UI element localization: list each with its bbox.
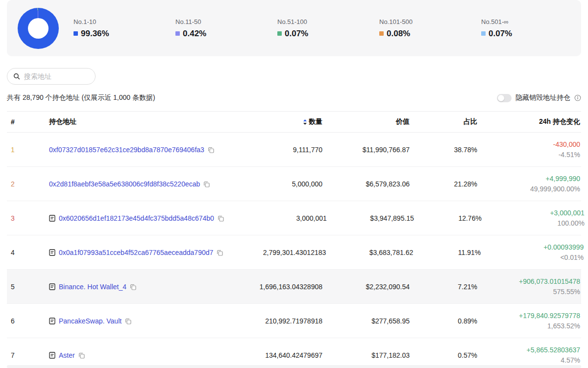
info-icon[interactable] <box>574 94 581 101</box>
header-amount[interactable]: 数量 <box>220 117 322 126</box>
change-value: +906,073.01015478 <box>477 277 580 285</box>
legend-label: No.1-10 <box>74 18 175 25</box>
donut-chart-wrap <box>18 8 59 49</box>
address-link[interactable]: 0xf07327d01857e62c31ce29bd8a7870e769406f… <box>49 146 204 154</box>
hide-burn-toggle[interactable] <box>497 94 512 102</box>
table-row: 5 Binance. Hot Wallet_4 1,696,163.043289… <box>7 270 581 304</box>
value-cell: $3,683,781.62 <box>326 249 413 256</box>
change-value: +0.00093999 <box>481 243 584 251</box>
rank-cell: 1 <box>7 146 49 154</box>
legend-value: 0.07% <box>285 29 308 39</box>
change-value: +3,000,001 <box>482 209 585 217</box>
pct-cell: 21.28% <box>410 180 477 188</box>
legend-swatch-icon <box>481 31 486 36</box>
table-row: 4 0x0a1f07993a51cceb4f52ca67765aeceadda7… <box>7 235 581 270</box>
sort-icon[interactable] <box>303 119 307 125</box>
change-value: -430,000 <box>477 140 580 148</box>
table-row: 6 PancakeSwap. Vault 210,992.71978918 $2… <box>7 304 581 338</box>
amount-cell: 9,111,770 <box>220 146 322 154</box>
table-row: 1 0xf07327d01857e62c31ce29bd8a7870e76940… <box>7 133 581 167</box>
value-cell: $2,232,090.54 <box>322 283 410 291</box>
table-row: 2 0x2d81f8aebf3e58a5e638006c9fd8f38c5220… <box>7 167 581 201</box>
header-value: 价值 <box>322 117 410 126</box>
legend-value: 0.08% <box>387 29 410 39</box>
bottom-scrollbar-track[interactable] <box>7 365 581 368</box>
amount-cell: 3,000,001 <box>224 214 327 222</box>
value-cell: $3,947,895.15 <box>327 214 414 222</box>
address-link[interactable]: Aster <box>59 351 75 359</box>
legend-label: No.501-∞ <box>481 18 583 25</box>
pct-cell: 12.76% <box>414 214 482 222</box>
address-link[interactable]: 0x6020656d1ef182173e45d4fc375bdd5a48c674… <box>59 214 214 222</box>
change-value: +179,840.92579778 <box>477 312 580 320</box>
distribution-card: No.1-10 99.36% No.11-50 0.42% No.51-100 … <box>7 0 581 56</box>
rank-cell: 5 <box>7 283 49 291</box>
value-cell: $277,658.95 <box>322 317 410 325</box>
address-link[interactable]: 0x0a1f07993a51cceb4f52ca67765aeceadda790… <box>59 249 213 256</box>
legend-swatch-icon <box>277 31 282 36</box>
pct-cell: 11.91% <box>413 249 481 256</box>
pct-cell: 7.21% <box>410 283 477 291</box>
amount-cell: 2,799,301.43012183 <box>223 249 326 256</box>
change-pct: <0.01% <box>481 253 584 261</box>
address-link[interactable]: PancakeSwap. Vault <box>59 317 122 325</box>
legend-label: No.51-100 <box>277 18 379 25</box>
header-change: 24h 持仓变化 <box>477 117 581 126</box>
legend-value: 0.42% <box>183 29 206 39</box>
legend-swatch-icon <box>175 31 180 36</box>
legend-item: No.1-10 99.36% <box>74 18 175 39</box>
legend-value: 0.07% <box>489 29 512 39</box>
amount-cell: 5,000,000 <box>220 180 322 188</box>
change-pct: 575.55% <box>477 288 580 296</box>
header-address: 持仓地址 <box>49 117 220 126</box>
pct-cell: 38.78% <box>410 146 477 154</box>
value-cell: $11,990,766.87 <box>322 146 410 154</box>
rank-cell: 6 <box>7 317 49 325</box>
pct-cell: 0.89% <box>410 317 477 325</box>
header-pct: 占比 <box>410 117 477 126</box>
contract-icon <box>49 318 55 324</box>
change-pct: 49,999,900.00% <box>477 185 580 193</box>
table-row: 3 0x6020656d1ef182173e45d4fc375bdd5a48c6… <box>7 201 581 235</box>
holders-table: # 持仓地址 数量 价值 占比 24h 持仓变化 1 0xf07327d0185… <box>7 111 581 368</box>
toggle-knob <box>498 95 504 101</box>
legend-swatch-icon <box>74 31 78 36</box>
table-body: 1 0xf07327d01857e62c31ce29bd8a7870e76940… <box>7 133 581 368</box>
header-rank: # <box>7 118 49 126</box>
legend-label: No.101-500 <box>379 18 481 25</box>
change-pct: -4.51% <box>477 151 580 159</box>
copy-icon[interactable] <box>125 318 131 324</box>
holders-summary: 共有 28,790 个持仓地址 (仅展示近 1,000 条数据) <box>7 93 155 102</box>
pct-cell: 0.57% <box>410 351 477 359</box>
copy-icon[interactable] <box>130 284 136 290</box>
table-header-row: # 持仓地址 数量 价值 占比 24h 持仓变化 <box>7 111 581 133</box>
legend-item: No.51-100 0.07% <box>277 18 379 39</box>
copy-icon[interactable] <box>208 147 214 153</box>
legend-swatch-icon <box>379 31 384 36</box>
amount-cell: 1,696,163.04328908 <box>220 283 322 291</box>
hide-burn-label: 隐藏销毁地址持仓 <box>515 93 570 102</box>
address-search-box[interactable] <box>7 68 96 85</box>
copy-icon[interactable] <box>218 215 224 222</box>
rank-cell: 3 <box>7 214 49 222</box>
change-pct: 1,653.52% <box>477 322 580 330</box>
change-value: +5,865.52803637 <box>477 346 580 354</box>
address-link[interactable]: 0x2d81f8aebf3e58a5e638006c9fd8f38c5220ec… <box>49 180 200 188</box>
value-cell: $6,579,823.06 <box>322 180 410 188</box>
contract-icon <box>49 215 55 222</box>
search-input[interactable] <box>24 72 89 80</box>
amount-cell: 134,640.42479697 <box>220 351 322 359</box>
copy-icon[interactable] <box>203 181 210 187</box>
donut-chart <box>18 8 59 49</box>
table-row: 7 Aster 134,640.42479697 $177,182.03 0.5… <box>7 338 581 368</box>
legend-label: No.11-50 <box>175 18 277 25</box>
address-link[interactable]: Binance. Hot Wallet_4 <box>59 283 126 291</box>
rank-cell: 2 <box>7 180 49 188</box>
rank-cell: 7 <box>7 351 49 359</box>
legend-item: No.11-50 0.42% <box>175 18 277 39</box>
change-pct: 4.57% <box>477 356 580 364</box>
copy-icon[interactable] <box>78 352 85 359</box>
copy-icon[interactable] <box>217 250 223 256</box>
legend-item: No.101-500 0.08% <box>379 18 481 39</box>
contract-icon <box>49 352 55 359</box>
